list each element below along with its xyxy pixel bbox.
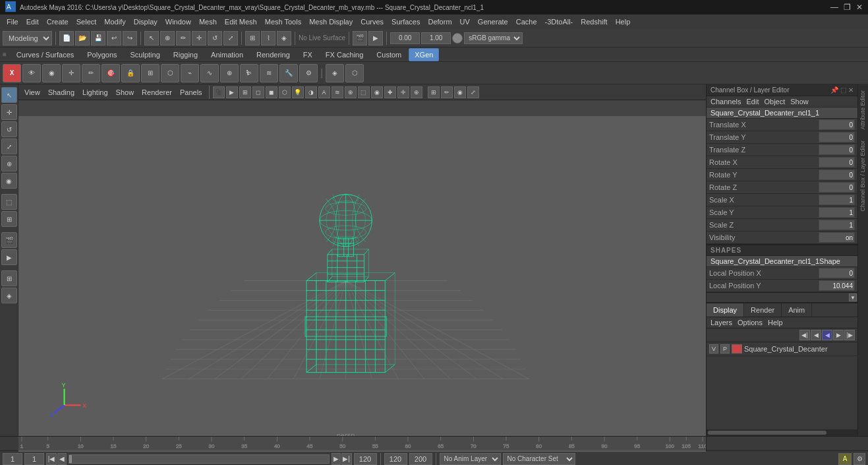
workspace-dropdown[interactable]: Modeling xyxy=(3,31,52,46)
playback-end-input[interactable] xyxy=(384,453,407,465)
prev-frame-button[interactable]: ◀ xyxy=(57,453,67,465)
layer-playback-toggle[interactable]: P xyxy=(720,344,730,354)
shelf-icon-spline[interactable]: ∿ xyxy=(200,64,219,82)
shelf-icon-layers[interactable]: ⊞ xyxy=(141,64,159,82)
3d-viewport[interactable]: X Y Z persp xyxy=(18,116,706,452)
tab-render[interactable]: Render xyxy=(744,303,782,317)
menu-mesh-tools[interactable]: Mesh Tools xyxy=(261,16,305,27)
tab-animation[interactable]: Animation xyxy=(205,48,249,61)
tab-curves-surfaces[interactable]: Curves / Surfaces xyxy=(11,48,80,61)
attr-editor-tab[interactable]: Attribute Editor xyxy=(858,84,868,135)
tool9-left[interactable]: ⊞ xyxy=(1,211,17,227)
local-pos-x-value[interactable] xyxy=(819,268,855,278)
channel-box-side-tab[interactable]: Channel Box / Layer Editor xyxy=(858,135,868,217)
frame-slider[interactable] xyxy=(69,454,330,464)
menu-mesh[interactable]: Mesh xyxy=(195,16,221,27)
vp-menu-lighting[interactable]: Lighting xyxy=(79,87,111,98)
vp-hud-btn[interactable]: ⬚ xyxy=(358,86,370,98)
frame-current-input[interactable] xyxy=(24,453,44,465)
tab-custom[interactable]: Custom xyxy=(370,48,407,61)
shelf-icon-brush[interactable]: ✏ xyxy=(82,64,100,82)
tab-fx[interactable]: FX xyxy=(297,48,318,61)
rotate-button[interactable]: ↺ xyxy=(208,31,222,46)
minimize-button[interactable]: — xyxy=(830,3,838,12)
channel-scale-x[interactable]: Scale X xyxy=(707,194,857,206)
frame-start-input[interactable] xyxy=(3,453,22,465)
tab-anim[interactable]: Anim xyxy=(782,303,812,317)
scale-x-value[interactable] xyxy=(819,195,855,205)
layer-scrollbar[interactable] xyxy=(707,429,857,436)
cb-menu-channels[interactable]: Channels xyxy=(708,97,743,106)
render-left[interactable]: 🎬 xyxy=(1,232,17,248)
shelf-icon-add[interactable]: ✛ xyxy=(62,64,80,82)
next-frame-button[interactable]: ▶ xyxy=(332,453,341,465)
vp-menu-show[interactable]: Show xyxy=(113,87,138,98)
save-scene-button[interactable]: 💾 xyxy=(91,31,105,46)
anim-layer-select[interactable]: No Anim Layer xyxy=(440,453,501,465)
cb-menu-edit[interactable]: Edit xyxy=(743,97,761,106)
select-tool-button[interactable]: ↖ xyxy=(144,31,159,46)
move-tool-left[interactable]: ✛ xyxy=(1,104,17,120)
scale-z-value[interactable] xyxy=(819,220,855,230)
layer-menu-help[interactable]: Help xyxy=(765,318,786,327)
vp-texture-btn[interactable]: ⬡ xyxy=(279,86,291,98)
channel-local-pos-y[interactable]: Local Position Y xyxy=(707,280,857,292)
shelf-icon-view[interactable]: ◉ xyxy=(42,64,61,82)
menu-3dto-all[interactable]: -3DtoAll- xyxy=(541,16,577,27)
new-scene-button[interactable]: 📄 xyxy=(59,31,74,46)
menu-create[interactable]: Create xyxy=(43,16,72,27)
shelf-icon-lock[interactable]: 🔒 xyxy=(121,64,140,82)
layer-item[interactable]: V P Square_Crystal_Decanter xyxy=(707,342,857,356)
tab-rigging[interactable]: Rigging xyxy=(167,48,204,61)
vp-aa-btn[interactable]: A xyxy=(318,86,330,98)
vp-snap-btn[interactable]: ⊞ xyxy=(428,86,440,98)
playback-max-input[interactable] xyxy=(409,453,432,465)
vp-menu-panels[interactable]: Panels xyxy=(177,87,206,98)
paint-button[interactable]: ✏ xyxy=(176,31,190,46)
rotate-x-value[interactable] xyxy=(819,157,855,168)
render-settings-button[interactable]: 🎬 xyxy=(353,31,367,46)
snap-grid-left[interactable]: ⊞ xyxy=(1,270,17,286)
layer-nav-last[interactable]: |▶ xyxy=(844,330,855,340)
vp-soft-sel-btn[interactable]: ◉ xyxy=(454,86,466,98)
layer-nav-prev[interactable]: ◀ xyxy=(811,330,821,340)
vp-menu-view[interactable]: View xyxy=(21,87,43,98)
vp-isolation-btn[interactable]: ◉ xyxy=(371,86,383,98)
lasso-button[interactable]: ⊕ xyxy=(160,31,175,46)
timeline-ruler[interactable]: 1 5 10 15 20 25 30 35 40 45 50 55 60 65 … xyxy=(18,437,706,450)
layer-nav-add[interactable]: ◀ xyxy=(822,330,832,340)
tab-rendering[interactable]: Rendering xyxy=(250,48,296,61)
rotate-y-value[interactable] xyxy=(819,170,855,180)
translate-x-value[interactable] xyxy=(819,119,855,130)
shelf-icon-wave[interactable]: ≋ xyxy=(260,64,278,82)
shelf-icon-tool10[interactable]: ⚙ xyxy=(299,64,318,82)
channel-scale-z[interactable]: Scale Z xyxy=(707,219,857,232)
layer-visibility-toggle[interactable]: V xyxy=(709,344,718,354)
menu-deform[interactable]: Deform xyxy=(424,16,455,27)
channel-rotate-y[interactable]: Rotate Y xyxy=(707,169,857,181)
menu-file[interactable]: File xyxy=(3,16,22,27)
channel-box-close-icon[interactable]: ✕ xyxy=(848,86,854,94)
vp-motion-blur-btn[interactable]: ≋ xyxy=(332,86,343,98)
prev-key-button[interactable]: |◀ xyxy=(46,453,57,465)
channel-translate-x[interactable]: Translate X xyxy=(707,119,857,131)
visibility-value[interactable] xyxy=(819,232,855,243)
vp-menu-renderer[interactable]: Renderer xyxy=(138,87,175,98)
show-manipulator-left[interactable]: ⬚ xyxy=(1,194,17,210)
layer-menu-options[interactable]: Options xyxy=(735,318,765,327)
tab-display[interactable]: Display xyxy=(707,303,744,317)
gamma-select[interactable]: sRGB gamma xyxy=(464,32,523,44)
soft-select-left[interactable]: ◉ xyxy=(1,173,17,189)
scale-y-value[interactable] xyxy=(819,207,855,218)
layer-color-swatch[interactable] xyxy=(732,344,742,354)
menu-generate[interactable]: Generate xyxy=(474,16,512,27)
vp-dof-btn[interactable]: ⊕ xyxy=(345,86,357,98)
local-pos-y-value[interactable] xyxy=(819,280,855,291)
vp-anim-btn[interactable]: ▶ xyxy=(226,86,238,98)
channel-box-expand-icon[interactable]: ⬚ xyxy=(840,86,846,94)
shelf-icon-guide[interactable]: ⌁ xyxy=(181,64,199,82)
shelf-icon-skin[interactable]: ⛷ xyxy=(240,64,258,82)
close-button[interactable]: ✕ xyxy=(856,3,863,12)
vp-light-btn[interactable]: 💡 xyxy=(292,86,304,98)
vp-transform-btn[interactable]: ⤢ xyxy=(467,86,479,98)
